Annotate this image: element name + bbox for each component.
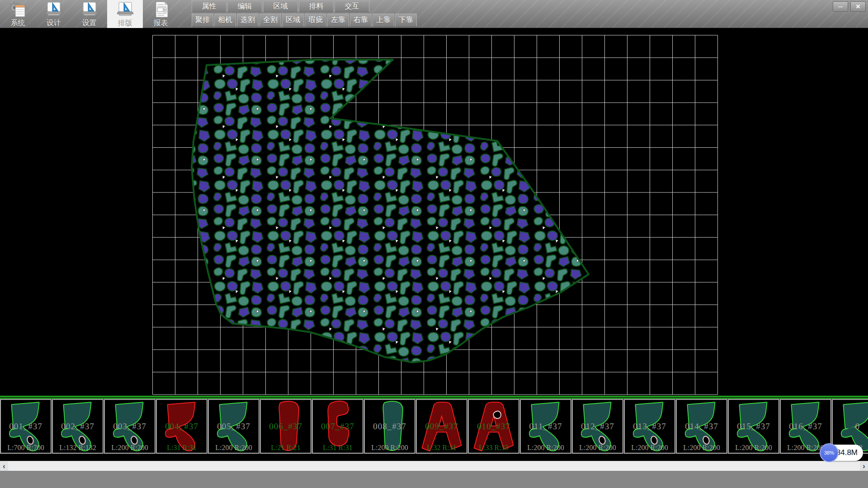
part-lr-count: L:31 R:31 [157,444,207,452]
part-id: 005_#37 [209,422,259,432]
nav-tab-5[interactable]: 报表 [143,0,179,28]
status-bar [0,471,868,488]
tool-button-3[interactable]: 选割 [237,14,259,27]
part-id: 002_#37 [53,422,103,432]
nav-tab-label: 报表 [154,19,168,28]
horizontal-scrollbar[interactable]: ‹ › [0,461,868,471]
part-lr-count: L:700 R:700 [1,444,51,452]
part-thumbnail-10[interactable]: 010_#37 L:33 R:33 [468,399,519,454]
part-thumbnail-3[interactable]: 003_#37 L:200 R:200 [104,399,156,454]
nav-tab-2[interactable]: 设计 [36,0,71,28]
tool-bar: 聚排相机选割全割区域瑕疵左靠右靠上靠下靠 [192,14,417,27]
part-lr-count: L:33 R:33 [469,444,519,452]
menu-item-2[interactable]: 编辑 [227,0,262,12]
tool-button-10[interactable]: 下靠 [395,14,417,27]
part-id: 001_#37 [1,422,51,432]
menu-item-4[interactable]: 排料 [299,0,334,12]
strip-divider-line [0,396,868,397]
part-lr-count: L:32 R:31 [417,444,467,452]
gear-document-icon [8,1,28,18]
tool-button-2[interactable]: 相机 [214,14,236,27]
scroll-right-arrow[interactable]: › [860,461,868,471]
part-lr-count: L:132 R:132 [53,444,103,452]
nav-tab-label: 设置 [82,19,97,28]
part-lr-count: L:200 R:200 [521,444,571,452]
top-toolbar: 系统 设计 设置 排版 报表 属性编辑区域排料交互 聚排相机选割全割区域瑕疵左靠… [0,0,868,28]
nav-tab-3[interactable]: 设置 [71,0,107,28]
part-lr-count: L:21 R:21 [261,444,311,452]
tool-button-7[interactable]: 左靠 [327,14,349,27]
part-lr-count: L:200 R:200 [729,444,778,452]
part-lr-count: L:200 R:200 [105,444,155,452]
part-id: 006_#37 [261,422,311,432]
part-thumbnail-7[interactable]: 007_#37 L:31 R:31 [312,399,363,454]
status-badge: 384.8M 38% [820,443,863,462]
part-thumbnail-9[interactable]: 009_#37 L:32 R:31 [416,399,467,454]
part-thumbnail-13[interactable]: 013_#37 L:200 R:200 [624,399,675,454]
laptop-ruler-icon [79,1,100,18]
minimize-button[interactable]: ─ [833,1,848,12]
tool-button-9[interactable]: 上靠 [373,14,394,27]
part-id: 013_#37 [625,422,675,432]
part-id: 003_#37 [105,422,155,432]
nav-tabs: 系统 设计 设置 排版 报表 [0,0,179,28]
parts-list: 001_#37 L:700 R:700 002_#37 L:132 R:132 … [0,399,868,454]
nav-tab-label: 系统 [11,19,25,28]
part-id: 007_#37 [313,422,363,432]
part-lr-count: L:200 R:200 [573,444,623,452]
menu-bar: 属性编辑区域排料交互 [192,0,369,13]
part-id: 009_#37 [417,422,467,432]
laptop-ruler-icon [43,1,64,18]
close-button[interactable]: ✕ [850,1,866,12]
part-lr-count: L:200 R:200 [209,444,259,452]
part-thumbnail-5[interactable]: 005_#37 L:200 R:200 [208,399,259,454]
part-lr-count: L:31 R:31 [313,444,363,452]
part-id: 015_#37 [729,422,778,432]
part-thumbnail-11[interactable]: 011_#37 L:200 R:200 [520,399,571,454]
part-thumbnail-1[interactable]: 001_#37 L:700 R:700 [0,399,52,454]
window-controls: ─✕ [833,1,866,12]
menu-item-3[interactable]: 区域 [263,0,298,12]
part-id: 004_#37 [157,422,207,432]
tool-button-8[interactable]: 右靠 [350,14,372,27]
nesting-canvas[interactable] [0,28,868,396]
menu-item-5[interactable]: 交互 [335,0,369,12]
report-document-icon [151,1,171,18]
menu-item-1[interactable]: 属性 [192,0,226,12]
progress-value: 38% [824,450,834,455]
strip-divider-line [0,398,868,399]
part-id: 010_#37 [469,422,519,432]
tool-button-6[interactable]: 瑕疵 [305,14,326,27]
nav-tab-label: 设计 [47,19,61,28]
nav-tab-4[interactable]: 排版 [107,0,143,28]
canvas-svg [0,28,868,396]
part-id: 012_#37 [573,422,623,432]
tool-button-4[interactable]: 全割 [259,14,281,27]
part-lr-count: L:200 R:200 [365,444,415,452]
part-id: 011_#37 [521,422,571,432]
nav-tab-label: 排版 [118,19,132,28]
part-thumbnail-12[interactable]: 012_#37 L:200 R:200 [572,399,623,454]
tool-button-5[interactable]: 区域 [282,14,304,27]
part-id: 014_#37 [677,422,726,432]
tool-button-1[interactable]: 聚排 [192,14,213,27]
part-id: 016_#37 [781,422,830,432]
progress-badge: 38% [820,443,839,462]
part-thumbnail-8[interactable]: 008_#37 L:200 R:200 [364,399,415,454]
parts-strip: 001_#37 L:700 R:700 002_#37 L:132 R:132 … [0,396,868,461]
application-window: 系统 设计 设置 排版 报表 属性编辑区域排料交互 聚排相机选割全割区域瑕疵左靠… [0,0,868,488]
part-thumbnail-14[interactable]: 014_#37 L:200 R:200 [676,399,727,454]
part-lr-count: L:200 R:200 [677,444,726,452]
part-lr-count: L:200 R:200 [625,444,675,452]
part-thumbnail-4[interactable]: 004_#37 L:31 R:31 [156,399,208,454]
part-thumbnail-15[interactable]: 015_#37 L:200 R:200 [728,399,779,454]
part-id: 0 [833,422,868,432]
nav-tab-1[interactable]: 系统 [0,0,36,28]
scroll-left-arrow[interactable]: ‹ [0,461,8,471]
laptop-ruler-icon [115,1,136,18]
part-thumbnail-2[interactable]: 002_#37 L:132 R:132 [52,399,104,454]
hide-shape[interactable] [192,60,589,362]
part-id: 008_#37 [365,422,415,432]
part-thumbnail-6[interactable]: 006_#37 L:21 R:21 [260,399,311,454]
